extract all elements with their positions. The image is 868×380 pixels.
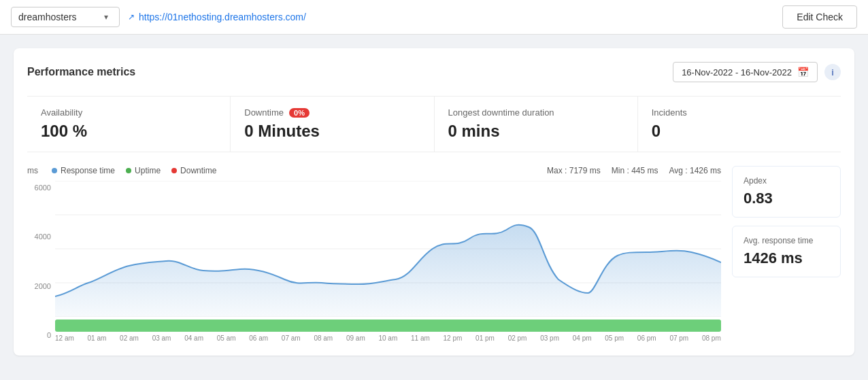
x-label-09am: 09 am bbox=[346, 334, 365, 342]
downtime-badge: 0% bbox=[289, 108, 310, 118]
x-label-04am: 04 am bbox=[184, 334, 203, 342]
stat-longest-downtime-value: 0 mins bbox=[448, 122, 624, 141]
apdex-label: Apdex bbox=[744, 176, 829, 186]
chart-avg: Avg : 1426 ms bbox=[669, 166, 722, 175]
x-label-08pm: 08 pm bbox=[702, 334, 721, 342]
metrics-card: Performance metrics 16-Nov-2022 - 16-Nov… bbox=[14, 48, 854, 356]
info-button[interactable]: i bbox=[824, 64, 841, 80]
chart-section: ms Response time Uptime bbox=[27, 166, 841, 342]
chart-stats: Max : 7179 ms Min : 445 ms Avg : 1426 ms bbox=[547, 166, 721, 175]
y-label-2000: 2000 bbox=[27, 282, 51, 290]
avg-response-panel: Avg. response time 1426 ms bbox=[732, 226, 841, 277]
x-label-02pm: 02 pm bbox=[508, 334, 527, 342]
chart-min: Min : 445 ms bbox=[612, 166, 658, 175]
external-link-icon: ↗ bbox=[128, 12, 135, 22]
chart-area: ms Response time Uptime bbox=[27, 166, 721, 342]
x-label-07pm: 07 pm bbox=[669, 334, 688, 342]
chart-header: ms Response time Uptime bbox=[27, 166, 721, 175]
y-label-0: 0 bbox=[27, 331, 51, 339]
y-axis: 6000 4000 2000 0 bbox=[27, 181, 55, 342]
legend-uptime: Uptime bbox=[126, 166, 161, 175]
x-label-01pm: 01 pm bbox=[475, 334, 495, 342]
y-label-4000: 4000 bbox=[27, 232, 51, 241]
date-range-text: 16-Nov-2022 - 16-Nov-2022 bbox=[682, 67, 792, 77]
legend-downtime-dot bbox=[171, 168, 177, 173]
x-label-10am: 10 am bbox=[378, 334, 397, 342]
site-url-link[interactable]: ↗ https://01nethosting.dreamhosters.com/ bbox=[128, 12, 306, 22]
site-url-text: https://01nethosting.dreamhosters.com/ bbox=[139, 12, 306, 22]
main-content: Performance metrics 16-Nov-2022 - 16-Nov… bbox=[0, 35, 868, 369]
chart-svg bbox=[55, 181, 721, 317]
x-label-05pm: 05 pm bbox=[605, 334, 624, 342]
site-select-value: dreamhosters bbox=[18, 12, 77, 22]
y-label-6000: 6000 bbox=[27, 184, 51, 192]
chart-container: 6000 4000 2000 0 bbox=[27, 181, 721, 342]
stat-longest-downtime: Longest downtime duration 0 mins bbox=[435, 97, 638, 152]
stat-incidents: Incidents 0 bbox=[638, 97, 841, 152]
right-panels: Apdex 0.83 Avg. response time 1426 ms bbox=[732, 166, 841, 342]
stat-availability-label: Availability bbox=[41, 107, 216, 118]
calendar-icon: 📅 bbox=[797, 67, 809, 77]
edit-check-button[interactable]: Edit Check bbox=[782, 5, 857, 29]
x-axis: 12 am 01 am 02 am 03 am 04 am 05 am 06 a… bbox=[55, 334, 721, 342]
x-label-07am: 07 am bbox=[282, 334, 301, 342]
x-label-03pm: 03 pm bbox=[540, 334, 559, 342]
x-label-04pm: 04 pm bbox=[573, 334, 592, 342]
chart-plot-area: 12 am 01 am 02 am 03 am 04 am 05 am 06 a… bbox=[55, 181, 721, 342]
stat-availability-value: 100 % bbox=[41, 122, 216, 141]
x-label-08am: 08 am bbox=[314, 334, 333, 342]
legend-response-time: Response time bbox=[52, 166, 115, 175]
date-range-picker[interactable]: 16-Nov-2022 - 16-Nov-2022 📅 bbox=[673, 62, 818, 82]
x-label-02am: 02 am bbox=[120, 334, 139, 342]
stat-longest-downtime-label: Longest downtime duration bbox=[448, 107, 624, 118]
stat-incidents-value: 0 bbox=[652, 122, 827, 141]
x-label-12am: 12 am bbox=[55, 334, 74, 342]
stat-availability: Availability 100 % bbox=[27, 97, 231, 152]
apdex-panel: Apdex 0.83 bbox=[732, 166, 841, 218]
x-label-06pm: 06 pm bbox=[637, 334, 656, 342]
x-label-12pm: 12 pm bbox=[444, 334, 463, 342]
top-bar: dreamhosters ▾ ↗ https://01nethosting.dr… bbox=[0, 0, 868, 35]
metrics-header: Performance metrics 16-Nov-2022 - 16-Nov… bbox=[27, 62, 841, 82]
uptime-bar bbox=[55, 319, 721, 332]
x-label-06am: 06 am bbox=[249, 334, 268, 342]
legend-response-time-label: Response time bbox=[61, 166, 115, 175]
x-label-11am: 11 am bbox=[411, 334, 430, 342]
stat-downtime: Downtime 0% 0 Minutes bbox=[231, 97, 434, 152]
x-label-01am: 01 am bbox=[88, 334, 107, 342]
metrics-title: Performance metrics bbox=[27, 66, 135, 78]
chart-legend: Response time Uptime Downtime bbox=[52, 166, 216, 175]
chart-unit: ms bbox=[27, 166, 38, 175]
site-select[interactable]: dreamhosters ▾ bbox=[11, 7, 120, 27]
stat-incidents-label: Incidents bbox=[652, 107, 827, 118]
chart-max: Max : 7179 ms bbox=[547, 166, 601, 175]
stat-downtime-label: Downtime 0% bbox=[244, 107, 420, 118]
x-label-05am: 05 am bbox=[217, 334, 236, 342]
metrics-stats: Availability 100 % Downtime 0% 0 Minutes… bbox=[27, 96, 841, 152]
x-label-03am: 03 am bbox=[152, 334, 171, 342]
avg-response-value: 1426 ms bbox=[744, 249, 829, 267]
avg-response-label: Avg. response time bbox=[744, 236, 829, 245]
chevron-down-icon: ▾ bbox=[104, 12, 108, 22]
legend-downtime-label: Downtime bbox=[180, 166, 216, 175]
legend-uptime-label: Uptime bbox=[135, 166, 161, 175]
legend-uptime-dot bbox=[126, 168, 131, 173]
apdex-value: 0.83 bbox=[744, 190, 829, 207]
stat-downtime-value: 0 Minutes bbox=[244, 122, 420, 141]
legend-downtime: Downtime bbox=[171, 166, 216, 175]
legend-response-time-dot bbox=[52, 168, 57, 173]
